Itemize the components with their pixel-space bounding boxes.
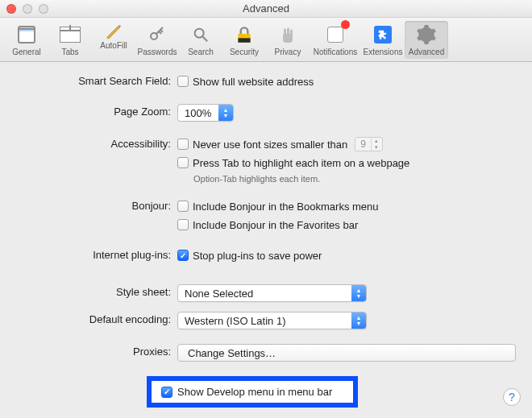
show-develop-menu-checkbox[interactable] (161, 387, 172, 398)
svg-point-1 (195, 29, 204, 38)
close-window-button[interactable] (6, 4, 16, 14)
tab-label: AutoFill (92, 41, 135, 50)
titlebar: Advanced (0, 0, 532, 18)
minimize-window-button[interactable] (23, 4, 32, 14)
change-proxies-label: Change Settings… (188, 347, 276, 359)
stylesheet-popup[interactable]: None Selected ▲▼ (177, 284, 367, 302)
bonjour-label: Bonjour: (0, 198, 177, 212)
svg-point-0 (151, 33, 157, 39)
key-icon (145, 23, 169, 47)
stop-plugins-checkbox[interactable] (177, 250, 189, 261)
press-tab-label: Press Tab to highlight each item on a we… (193, 157, 409, 169)
tab-label: Privacy (266, 48, 310, 56)
option-tab-hint: Option-Tab highlights each item. (177, 174, 516, 184)
tab-tabs[interactable]: Tabs (48, 21, 92, 59)
autofill-icon (105, 23, 123, 40)
page-zoom-value: 100% (185, 107, 211, 119)
show-full-address-label: Show full website address (193, 76, 314, 88)
page-zoom-label: Page Zoom: (0, 104, 177, 118)
tab-label: Search (179, 48, 222, 56)
internet-plugins-label: Internet plug-ins: (0, 247, 177, 261)
lock-icon (232, 23, 256, 47)
tab-notifications[interactable]: Notifications (310, 21, 361, 59)
help-icon: ? (509, 391, 515, 404)
encoding-value: Western (ISO Latin 1) (185, 315, 285, 327)
min-font-size-value: 9 (355, 139, 371, 150)
tab-extensions[interactable]: Extensions (361, 21, 405, 59)
proxies-label: Proxies: (0, 344, 177, 358)
tab-passwords[interactable]: Passwords (135, 21, 179, 59)
help-button[interactable]: ? (503, 388, 521, 406)
extensions-icon (371, 23, 395, 47)
min-font-size-stepper[interactable]: 9 ▴▾ (355, 137, 383, 151)
bonjour-favorites-label: Include Bonjour in the Favorites bar (193, 219, 358, 231)
tab-privacy[interactable]: Privacy (266, 21, 310, 59)
bonjour-favorites-checkbox[interactable] (177, 219, 189, 230)
tab-label: Tabs (48, 48, 92, 56)
show-full-address-checkbox[interactable] (177, 76, 189, 87)
bonjour-bookmarks-checkbox[interactable] (177, 201, 189, 212)
smart-search-label: Smart Search Field: (0, 73, 177, 87)
tabs-icon (58, 23, 82, 47)
min-font-size-checkbox[interactable] (177, 139, 189, 150)
show-develop-menu-label: Show Develop menu in menu bar (177, 386, 332, 398)
notifications-icon (323, 23, 347, 47)
tab-search[interactable]: Search (179, 21, 222, 59)
chevron-updown-icon: ▴▾ (371, 138, 382, 151)
tab-label: Passwords (135, 48, 179, 56)
advanced-pane: Smart Search Field: Show full website ad… (0, 62, 532, 417)
chevron-updown-icon: ▲▼ (351, 312, 366, 329)
tab-label: Advanced (405, 48, 448, 56)
min-font-size-label: Never use font sizes smaller than (193, 139, 347, 151)
tab-security[interactable]: Security (222, 21, 266, 59)
press-tab-checkbox[interactable] (177, 157, 189, 168)
window-title: Advanced (0, 2, 532, 14)
tab-label: General (5, 48, 48, 56)
tab-label: Security (222, 48, 266, 56)
general-icon (15, 23, 39, 47)
preferences-toolbar: General Tabs AutoFill Passwords Search S… (0, 18, 532, 62)
page-zoom-popup[interactable]: 100% ▲▼ (177, 104, 234, 122)
hand-icon (276, 23, 300, 47)
accessibility-label: Accessibility: (0, 136, 177, 150)
gear-icon (414, 23, 438, 47)
search-icon (189, 23, 213, 47)
tab-general[interactable]: General (5, 21, 48, 59)
stop-plugins-label: Stop plug-ins to save power (193, 250, 322, 262)
change-proxies-button[interactable]: Change Settings… (177, 344, 516, 362)
tab-autofill[interactable]: AutoFill (92, 21, 135, 59)
encoding-label: Default encoding: (0, 312, 177, 325)
svg-rect-3 (238, 38, 250, 42)
bonjour-bookmarks-label: Include Bonjour in the Bookmarks menu (193, 201, 379, 213)
tab-label: Notifications (310, 48, 361, 56)
tab-label: Extensions (361, 48, 405, 56)
tab-advanced[interactable]: Advanced (405, 21, 448, 59)
zoom-window-button[interactable] (39, 4, 48, 14)
develop-menu-highlight: Show Develop menu in menu bar (147, 376, 358, 408)
window-controls (0, 4, 48, 14)
chevron-updown-icon: ▲▼ (218, 105, 233, 121)
stylesheet-label: Style sheet: (0, 284, 177, 298)
chevron-updown-icon: ▲▼ (351, 285, 366, 301)
encoding-popup[interactable]: Western (ISO Latin 1) ▲▼ (177, 312, 367, 329)
stylesheet-value: None Selected (185, 288, 253, 300)
